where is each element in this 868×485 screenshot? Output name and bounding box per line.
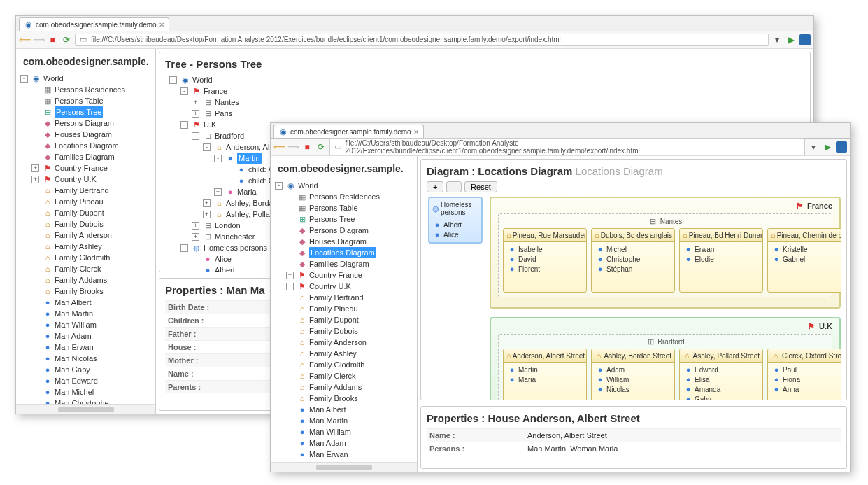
sidebar-item-family-ashley[interactable]: Family Ashley [282,348,417,359]
diagram-person[interactable]: Gabriel [771,254,841,264]
sidebar-item-families-diagram[interactable]: Families Diagram [282,258,417,269]
back-icon[interactable]: ⟸ [273,141,285,153]
diagram-person[interactable]: Elodie [683,254,759,264]
diagram-person[interactable]: Erwan [683,244,759,254]
sidebar-item-man-michel[interactable]: Man Michel [27,386,155,398]
diagram-house[interactable]: Ashley, Bordan StreetAdamWilliamNicolas [591,349,675,400]
tree-node-nantes[interactable]: +Nantes [187,97,804,108]
expand-icon[interactable]: + [31,176,39,183]
app-icon[interactable] [799,34,811,45]
refresh-icon[interactable]: ⟳ [61,34,72,45]
url-input[interactable]: file:///C:/Users/sthibaudeau/Desktop/For… [329,138,805,156]
sidebar-item-country-france[interactable]: +Country France [282,269,417,281]
diagram-person[interactable]: Kristelle [771,244,841,254]
expand-icon[interactable]: + [286,272,294,279]
zoom-out-button[interactable]: - [446,181,462,192]
diagram-house[interactable]: Pineau, Rue MarsauderiesIsabelleDavidFlo… [503,228,587,293]
sidebar-item-family-glodmith[interactable]: Family Glodmith [27,252,155,263]
diagram-homeless-group[interactable]: Homeless persons AlbertAlice [428,197,483,244]
sidebar-item-man-albert[interactable]: Man Albert [282,404,417,415]
sidebar-item-family-anderson[interactable]: Family Anderson [27,230,155,241]
sidebar-item-family-brooks[interactable]: Family Brooks [27,286,155,297]
diagram-person[interactable]: Michel [595,244,671,254]
url-dropdown-icon[interactable]: ▾ [771,34,783,45]
sidebar-item-family-bertrand[interactable]: Family Bertrand [282,292,417,303]
expand-icon[interactable]: + [203,211,211,218]
collapse-icon[interactable]: - [275,182,283,190]
sidebar-item-man-martin[interactable]: Man Martin [27,308,155,319]
expand-icon[interactable]: + [203,199,211,207]
diagram-house[interactable]: Ashley, Pollard StreetEdwardElisaAmandaG… [679,349,763,400]
sidebar-item-family-dupont[interactable]: Family Dupont [282,314,417,325]
sidebar-item-family-dubois[interactable]: Family Dubois [27,218,155,230]
diagram-person[interactable]: Fiona [771,374,841,384]
tree-node-paris[interactable]: +Paris [187,108,804,119]
diagram-city-nantes[interactable]: Nantes Pineau, Rue MarsauderiesIsabelleD… [498,213,832,297]
diagram-house[interactable]: Clerck, Oxford StreetPaulFionaAnna [767,349,841,400]
expand-icon[interactable]: + [31,164,39,172]
sidebar-item-man-edward[interactable]: Man Edward [27,375,155,386]
sidebar-item-houses-diagram[interactable]: Houses Diagram [282,236,417,247]
diagram-person[interactable]: David [507,254,583,264]
diagram-person[interactable]: Anna [771,384,841,394]
collapse-icon[interactable]: - [214,155,222,162]
sidebar-item-family-glodmith[interactable]: Family Glodmith [282,359,417,370]
scrollbar[interactable] [271,462,417,472]
url-input[interactable]: file:///C:/Users/sthibaudeau/Desktop/For… [75,34,769,46]
sidebar-item-family-anderson[interactable]: Family Anderson [282,337,417,348]
diagram-person[interactable]: Christophe [595,254,671,264]
back-icon[interactable]: ⟸ [19,34,30,45]
diagram-person[interactable]: Paul [771,365,841,374]
sidebar-item-persons-tree[interactable]: Persons Tree [27,106,155,118]
diagram-city-bradford[interactable]: Bradford Anderson, Albert StreetMartinMa… [498,334,832,400]
diagram-person[interactable]: Martin [507,365,583,374]
diagram-person[interactable]: Alice [432,230,478,239]
expand-icon[interactable]: + [286,283,294,290]
sidebar-item-family-addams[interactable]: Family Addams [27,274,155,286]
diagram-person[interactable]: Isabelle [507,244,583,254]
diagram-country-uk[interactable]: U.K Bradford Anderson, Albert StreetMart… [490,317,841,400]
go-icon[interactable]: ▶ [785,34,797,45]
sidebar-item-man-erwan[interactable]: Man Erwan [282,449,417,460]
diagram-house[interactable]: Pineau, Bd Henri DunandErwanElodie [679,228,763,293]
diagram-person[interactable]: Edward [683,365,759,374]
expand-icon[interactable]: + [214,188,222,196]
diagram-person[interactable]: Maria [507,374,583,384]
sidebar-item-world[interactable]: -World [271,180,417,191]
expand-icon[interactable]: + [192,110,199,118]
stop-icon[interactable]: ■ [47,34,58,45]
zoom-in-button[interactable]: + [427,181,443,192]
sidebar-item-man-gaby[interactable]: Man Gaby [27,364,155,375]
sidebar-item-family-clerck[interactable]: Family Clerck [282,370,417,381]
tree-node-world[interactable]: -World [165,74,804,85]
sidebar-item-man-nicolas[interactable]: Man Nicolas [27,353,155,364]
sidebar-item-man-william[interactable]: Man William [282,426,417,437]
sidebar-item-man-martin[interactable]: Man Martin [282,415,417,426]
sidebar-item-houses-diagram[interactable]: Houses Diagram [27,129,155,140]
go-icon[interactable]: ▶ [822,141,833,153]
diagram-house[interactable]: Pineau, Chemin de belleKristelleGabriel [767,228,841,293]
sidebar-item-family-bertrand[interactable]: Family Bertrand [27,185,155,196]
close-icon[interactable]: ✕ [159,21,164,29]
expand-icon[interactable]: + [192,222,199,230]
diagram-country-france[interactable]: France Nantes Pineau, Rue MarsauderiesIs… [490,197,841,309]
diagram-person[interactable]: Amanda [683,384,759,394]
diagram-person[interactable]: Elisa [683,374,759,384]
sidebar-item-persons-residences[interactable]: Persons Residences [282,191,417,202]
editor-tab[interactable]: com.obeodesigner.sample.family.demo ✕ [19,17,169,31]
sidebar-item-family-ashley[interactable]: Family Ashley [27,241,155,252]
diagram-person[interactable]: Gaby [683,394,759,400]
collapse-icon[interactable]: - [169,76,177,84]
forward-icon[interactable]: ⟹ [287,141,299,153]
sidebar-item-family-brooks[interactable]: Family Brooks [282,393,417,404]
sidebar-item-family-addams[interactable]: Family Addams [282,381,417,393]
diagram-person[interactable]: William [595,374,671,384]
sidebar-item-man-albert[interactable]: Man Albert [27,297,155,308]
sidebar-item-man-erwan[interactable]: Man Erwan [27,342,155,353]
diagram-canvas[interactable]: Homeless persons AlbertAlice France Nant… [427,197,841,400]
stop-icon[interactable]: ■ [301,141,313,153]
sidebar-item-locations-diagram[interactable]: Locations Diagram [282,247,417,258]
sidebar-item-man-adam[interactable]: Man Adam [282,437,417,449]
sidebar-item-country-france[interactable]: +Country France [27,162,155,174]
collapse-icon[interactable]: - [203,143,211,151]
